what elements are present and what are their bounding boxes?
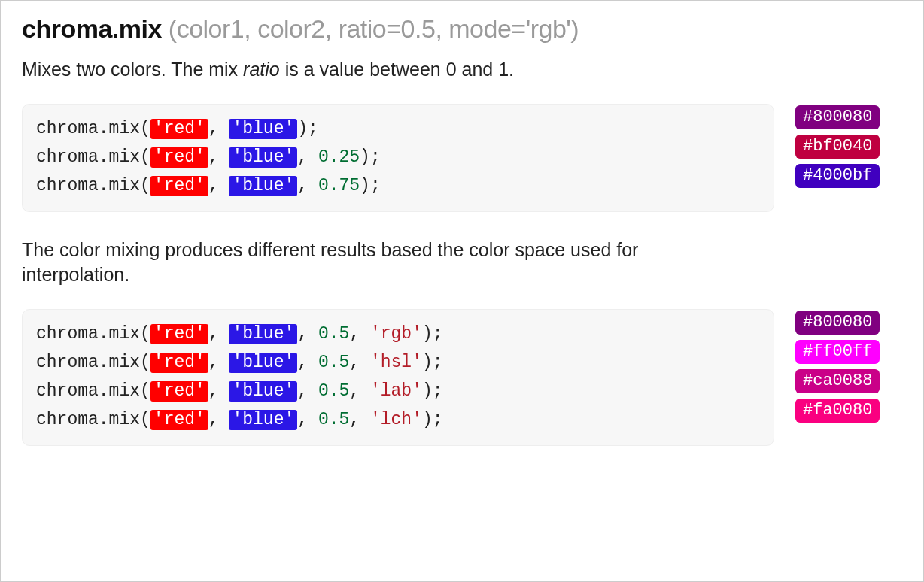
code-token: ); [422,410,443,429]
desc-text: Mixes two colors. The mix [22,59,243,80]
code-token: ); [422,381,443,401]
code-token: 'red' [150,147,208,168]
code-token: , [349,353,370,372]
color-swatch: #800080 [795,105,880,129]
code-token: 0.5 [318,324,349,344]
code-token: 'red' [150,410,208,430]
code-token: ); [422,324,443,344]
code-token: 'lab' [370,381,422,401]
code-token: 'red' [150,324,208,344]
color-swatch: #ca0088 [795,369,880,393]
code-token: 'blue' [229,381,297,402]
code-line: chroma.mix('red', 'blue', 0.5, 'lab'); [36,377,760,406]
code-token: 'blue' [229,176,297,196]
code-block: chroma.mix('red', 'blue');chroma.mix('re… [22,104,774,212]
result-swatches: #800080#bf0040#4000bf [795,104,880,188]
api-signature: (color1, color2, ratio=0.5, mode='rgb') [169,14,579,43]
code-block: chroma.mix('red', 'blue', 0.5, 'rgb');ch… [22,309,774,446]
code-token: chroma.mix( [36,381,150,401]
color-swatch: #4000bf [795,164,880,188]
code-token: ); [297,119,318,138]
code-token: ); [360,147,381,167]
code-token: , [297,381,318,401]
code-token: chroma.mix( [36,176,150,196]
code-token: , [349,324,370,344]
code-token: chroma.mix( [36,119,150,138]
code-token: , [297,353,318,372]
code-token: , [208,410,229,429]
code-token: , [208,119,229,138]
code-token: , [208,381,229,401]
doc-page: chroma.mix (color1, color2, ratio=0.5, m… [0,0,924,582]
color-swatch: #ff00ff [795,340,880,364]
code-token: 'blue' [229,324,297,344]
code-token: , [208,353,229,372]
code-token: , [297,147,318,167]
code-token: 'red' [150,176,208,196]
code-token: 0.5 [318,410,349,429]
code-token: 'red' [150,119,208,139]
code-token: , [297,324,318,344]
code-token: 0.5 [318,353,349,372]
code-token: chroma.mix( [36,353,150,372]
description-2: The color mixing produces different resu… [22,238,699,289]
code-token: chroma.mix( [36,410,150,429]
code-line: chroma.mix('red', 'blue', 0.75); [36,172,760,201]
code-token: 'blue' [229,410,297,430]
color-swatch: #fa0080 [795,399,880,423]
code-token: , [297,176,318,196]
code-token: 0.25 [318,147,360,167]
code-token: 0.5 [318,381,349,401]
desc-em-ratio: ratio [243,59,280,80]
color-swatch: #800080 [795,311,880,335]
code-token: , [349,410,370,429]
code-token: ); [422,353,443,372]
code-token: , [208,147,229,167]
result-swatches: #800080#ff00ff#ca0088#fa0080 [795,309,880,423]
code-token: chroma.mix( [36,147,150,167]
code-token: 0.75 [318,176,360,196]
code-token: 'blue' [229,147,297,168]
example-1: chroma.mix('red', 'blue');chroma.mix('re… [22,104,902,212]
code-token: 'red' [150,381,208,402]
code-token: , [297,410,318,429]
code-token: 'blue' [229,119,297,139]
code-token: ); [360,176,381,196]
code-token: , [208,324,229,344]
code-line: chroma.mix('red', 'blue'); [36,115,760,144]
code-token: , [349,381,370,401]
code-token: 'rgb' [370,324,422,344]
color-swatch: #bf0040 [795,135,880,159]
description-1: Mixes two colors. The mix ratio is a val… [22,57,699,83]
example-2: chroma.mix('red', 'blue', 0.5, 'rgb');ch… [22,309,902,446]
code-token: 'red' [150,353,208,373]
api-heading: chroma.mix (color1, color2, ratio=0.5, m… [22,14,902,44]
code-token: 'blue' [229,353,297,373]
api-name: chroma.mix [22,14,162,43]
code-token: , [208,176,229,196]
desc-text: is a value between 0 and 1. [280,59,514,80]
code-token: chroma.mix( [36,324,150,344]
code-line: chroma.mix('red', 'blue', 0.5, 'rgb'); [36,320,760,349]
code-token: 'hsl' [370,353,422,372]
code-line: chroma.mix('red', 'blue', 0.25); [36,144,760,172]
code-line: chroma.mix('red', 'blue', 0.5, 'hsl'); [36,349,760,377]
code-token: 'lch' [370,410,422,429]
code-line: chroma.mix('red', 'blue', 0.5, 'lch'); [36,406,760,435]
